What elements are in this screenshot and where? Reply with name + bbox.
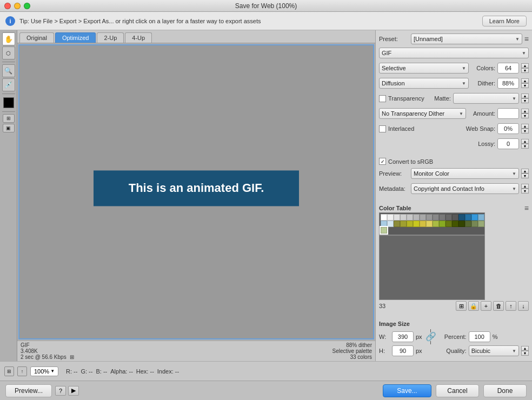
- hand-tool[interactable]: ✋: [2, 32, 15, 45]
- color-swatch-21[interactable]: [413, 221, 420, 227]
- lossy-input[interactable]: 0: [497, 138, 519, 149]
- status-more-icon[interactable]: ⊞: [70, 354, 74, 360]
- color-map-button[interactable]: ⊞: [456, 301, 467, 311]
- web-snap-down-button[interactable]: ▼: [521, 129, 529, 134]
- preview-icon-button[interactable]: ?: [55, 386, 66, 396]
- eyedropper-tool[interactable]: 💉: [2, 78, 15, 91]
- amount-down-button[interactable]: ▼: [521, 114, 529, 118]
- color-upload-button[interactable]: ↑: [506, 301, 516, 311]
- color-swatch-23[interactable]: [426, 221, 433, 227]
- color-swatch-8[interactable]: [433, 214, 439, 221]
- metadata-stepper[interactable]: ▲ ▼: [521, 184, 529, 194]
- dither-down-button[interactable]: ▼: [521, 83, 529, 88]
- color-swatch-19[interactable]: [400, 221, 407, 227]
- preview-action-button[interactable]: Preview...: [5, 384, 52, 397]
- cancel-button[interactable]: Cancel: [436, 384, 479, 397]
- quality-down-button[interactable]: ▼: [521, 351, 529, 356]
- quality-up-button[interactable]: ▲: [521, 346, 529, 351]
- percent-input[interactable]: 100: [469, 331, 490, 342]
- color-download-button[interactable]: ↓: [518, 301, 529, 311]
- foreground-color[interactable]: [3, 97, 14, 108]
- preview-select[interactable]: Monitor Color ▼: [411, 168, 519, 179]
- toggle-slices[interactable]: ⊞: [3, 114, 15, 123]
- color-swatch-0[interactable]: [381, 214, 387, 221]
- no-transparency-dither-select[interactable]: No Transparency Dither ▼: [379, 108, 466, 119]
- color-table-menu-icon[interactable]: ≡: [524, 204, 529, 212]
- minimize-button[interactable]: [14, 3, 21, 9]
- color-swatch-30[interactable]: [471, 221, 478, 227]
- preview-up-button[interactable]: ▲: [521, 169, 529, 174]
- maximize-button[interactable]: [24, 3, 30, 9]
- metadata-up-button[interactable]: ▲: [521, 184, 529, 189]
- done-button[interactable]: Done: [483, 384, 527, 397]
- link-icon[interactable]: 🔗: [425, 329, 436, 344]
- color-swatch-4[interactable]: [407, 214, 413, 221]
- color-swatch-1[interactable]: [387, 214, 394, 221]
- dither-stepper[interactable]: ▲ ▼: [521, 78, 529, 88]
- width-input[interactable]: 390: [392, 331, 414, 342]
- color-swatch-18[interactable]: [394, 221, 400, 227]
- matte-up-button[interactable]: ▲: [521, 94, 529, 98]
- matte-down-button[interactable]: ▼: [521, 98, 529, 103]
- color-swatch-2[interactable]: [394, 214, 400, 221]
- lossy-up-button[interactable]: ▲: [521, 139, 529, 144]
- dither-input[interactable]: 88%: [497, 78, 519, 89]
- preset-menu-icon[interactable]: ≡: [524, 35, 529, 43]
- zoom-tool[interactable]: 🔍: [2, 64, 15, 77]
- transparency-checkbox[interactable]: [379, 95, 386, 102]
- save-button[interactable]: Save...: [383, 384, 431, 397]
- color-swatch-28[interactable]: [458, 221, 465, 227]
- preset-select[interactable]: [Unnamed] ▼: [411, 34, 522, 44]
- lossy-stepper[interactable]: ▲ ▼: [521, 139, 529, 149]
- color-swatch-7[interactable]: [426, 214, 433, 221]
- format-select[interactable]: GIF ▼: [379, 48, 529, 58]
- metadata-down-button[interactable]: ▼: [521, 189, 529, 194]
- matte-select[interactable]: ▼: [453, 93, 519, 104]
- web-snap-input[interactable]: 0%: [497, 123, 519, 134]
- preview-settings-button[interactable]: ▶: [68, 386, 79, 396]
- color-swatch-17[interactable]: [387, 221, 394, 227]
- tab-2up[interactable]: 2-Up: [97, 32, 124, 43]
- colors-input[interactable]: 64: [497, 63, 519, 74]
- color-swatch-3[interactable]: [400, 214, 407, 221]
- color-swatch-10[interactable]: [445, 214, 452, 221]
- color-swatch-9[interactable]: [439, 214, 445, 221]
- color-swatch-32[interactable]: [381, 227, 387, 234]
- color-add-button[interactable]: +: [481, 301, 491, 311]
- color-swatch-11[interactable]: [452, 214, 458, 221]
- color-swatch-25[interactable]: [439, 221, 445, 227]
- dither-up-button[interactable]: ▲: [521, 78, 529, 83]
- color-swatch-14[interactable]: [471, 214, 478, 221]
- color-swatch-16[interactable]: [381, 221, 387, 227]
- preview-down-button[interactable]: ▼: [521, 174, 529, 178]
- color-swatch-24[interactable]: [433, 221, 439, 227]
- color-swatch-12[interactable]: [458, 214, 465, 221]
- tab-4up[interactable]: 4-Up: [125, 32, 152, 43]
- color-swatch-29[interactable]: [465, 221, 471, 227]
- interlaced-checkbox[interactable]: [379, 125, 386, 132]
- web-snap-up-button[interactable]: ▲: [521, 124, 529, 129]
- color-swatch-13[interactable]: [465, 214, 471, 221]
- amount-input[interactable]: [497, 108, 519, 119]
- export-button-bottom[interactable]: ↑: [17, 366, 27, 376]
- color-swatch-5[interactable]: [413, 214, 420, 221]
- color-swatch-20[interactable]: [407, 221, 413, 227]
- learn-more-button[interactable]: Learn More: [482, 16, 527, 26]
- color-delete-button[interactable]: 🗑: [493, 301, 504, 311]
- close-button[interactable]: [4, 3, 11, 9]
- convert-srgb-checkbox[interactable]: ✓: [379, 158, 386, 165]
- metadata-select[interactable]: Copyright and Contact Info ▼: [411, 183, 519, 194]
- color-swatch-26[interactable]: [445, 221, 452, 227]
- height-input[interactable]: 90: [392, 345, 414, 356]
- tab-visibility[interactable]: ▣: [3, 124, 15, 132]
- web-snap-stepper[interactable]: ▲ ▼: [521, 124, 529, 134]
- color-swatch-15[interactable]: [478, 214, 484, 221]
- tab-optimized[interactable]: Optimized: [55, 32, 96, 43]
- preview-button-bottom[interactable]: ⊞: [4, 366, 14, 376]
- tab-original[interactable]: Original: [19, 32, 54, 43]
- quality-stepper[interactable]: ▲ ▼: [521, 346, 529, 356]
- slice-tool[interactable]: ⬡: [2, 46, 15, 59]
- lossy-down-button[interactable]: ▼: [521, 144, 529, 149]
- color-swatch-31[interactable]: [478, 221, 484, 227]
- amount-up-button[interactable]: ▲: [521, 109, 529, 114]
